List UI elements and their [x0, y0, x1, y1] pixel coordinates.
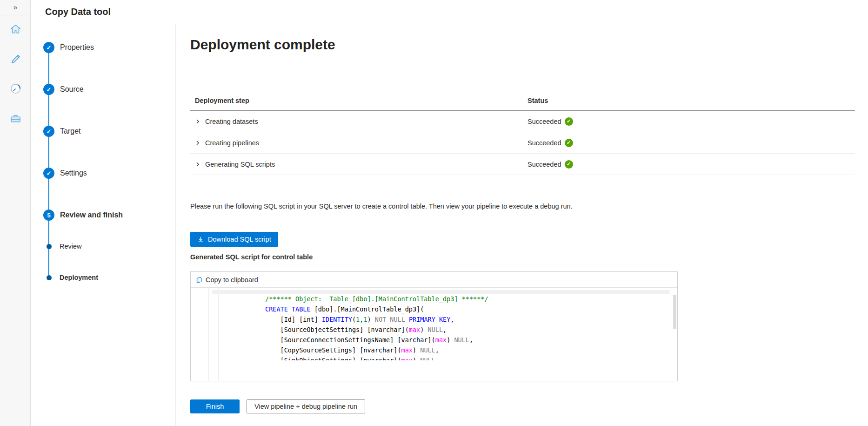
step-label: Review and finish [60, 211, 123, 219]
status-text: Succeeded [527, 139, 561, 147]
step-target[interactable]: ✓ Target [31, 126, 175, 137]
toolbox-icon [9, 112, 22, 127]
page-title: Copy Data tool [31, 0, 868, 24]
gauge-icon [9, 82, 22, 97]
step-review-and-finish[interactable]: 5 Review and finish [31, 210, 175, 221]
sql-code-lines: /****** Object: Table [dbo].[MainControl… [191, 294, 672, 360]
sql-code-line: /****** Object: Table [dbo].[MainControl… [191, 294, 672, 304]
step-number-badge: 5 [43, 210, 54, 221]
check-icon: ✓ [43, 168, 54, 179]
vertical-scrollbar-thumb[interactable] [673, 295, 676, 329]
finish-button[interactable]: Finish [190, 399, 240, 413]
nav-manage[interactable] [6, 110, 25, 128]
download-button-label: Download SQL script [208, 236, 271, 243]
download-icon [197, 236, 204, 243]
copy-to-clipboard-button[interactable]: Copy to clipboard [195, 276, 258, 284]
pencil-icon [9, 53, 22, 67]
left-nav-rail: » [0, 0, 31, 426]
top-header: Copy Data tool [31, 0, 868, 24]
sql-script-editor: Copy to clipboard /****** Object: Table … [190, 271, 678, 381]
table-header-row: Deployment step Status [190, 90, 855, 111]
substep-review[interactable]: Review [31, 242, 175, 251]
collapse-sidebar-button[interactable]: » [0, 0, 31, 15]
chevron-right-icon [195, 119, 200, 124]
success-check-icon: ✓ [565, 117, 573, 126]
nav-monitor[interactable] [6, 80, 25, 99]
view-pipeline-button[interactable]: View pipeline + debug pipeline run [247, 399, 365, 413]
rail-items [0, 20, 31, 128]
deployment-steps-table: Deployment step Status Creating datasets… [190, 90, 855, 175]
table-row[interactable]: Generating SQL scripts Succeeded ✓ [190, 154, 855, 175]
footer-divider [176, 383, 868, 383]
step-label: Properties [60, 43, 94, 52]
deployment-step-name: Generating SQL scripts [205, 161, 275, 168]
deployment-step-name: Creating datasets [205, 118, 258, 125]
sql-code-line: [CopySourceSettings] [nvarchar](max) NUL… [191, 345, 672, 355]
chevron-double-right-icon: » [13, 3, 18, 11]
nav-home[interactable] [6, 20, 25, 39]
table-row[interactable]: Creating datasets Succeeded ✓ [190, 111, 855, 132]
sql-code-line: [Id] [int] IDENTITY(1,1) NOT NULL PRIMAR… [191, 314, 672, 325]
step-label: Target [60, 127, 80, 135]
step-properties[interactable]: ✓ Properties [31, 42, 175, 53]
generated-script-label: Generated SQL script for control table [190, 253, 313, 261]
sql-code-line: CREATE TABLE [dbo].[MainControlTable_dp3… [191, 304, 672, 314]
download-sql-script-button[interactable]: Download SQL script [190, 232, 278, 247]
chevron-right-icon [195, 162, 200, 167]
check-icon: ✓ [43, 126, 54, 137]
footer-actions: Finish View pipeline + debug pipeline ru… [190, 399, 365, 413]
success-check-icon: ✓ [565, 160, 573, 169]
sql-code[interactable]: /****** Object: Table [dbo].[MainControl… [191, 294, 672, 360]
deployment-complete-title: Deployment complete [190, 35, 335, 54]
step-source[interactable]: ✓ Source [31, 84, 175, 95]
substep-dot-icon [47, 275, 52, 280]
sql-code-line: [SinkObjectSettings] [nvarchar](max) NUL… [191, 355, 672, 360]
column-header-deployment-step: Deployment step [195, 97, 527, 104]
status-text: Succeeded [527, 161, 561, 168]
nav-author[interactable] [6, 50, 25, 69]
step-settings[interactable]: ✓ Settings [31, 168, 175, 179]
substep-deployment[interactable]: Deployment [31, 273, 175, 282]
chevron-right-icon [195, 140, 200, 146]
check-icon: ✓ [43, 42, 54, 53]
column-header-status: Status [527, 97, 850, 104]
step-label: Settings [60, 169, 87, 177]
substep-dot-icon [47, 244, 52, 249]
table-row[interactable]: Creating pipelines Succeeded ✓ [190, 132, 855, 154]
copy-button-label: Copy to clipboard [206, 276, 258, 284]
copy-icon [195, 276, 203, 284]
editor-toolbar: Copy to clipboard [191, 272, 677, 288]
substep-label: Review [60, 243, 82, 250]
check-icon: ✓ [43, 84, 54, 95]
main-content: Deployment complete Deployment step Stat… [176, 24, 868, 426]
step-label: Source [60, 85, 84, 94]
instruction-text: Please run the following SQL script in y… [190, 203, 573, 210]
success-check-icon: ✓ [565, 139, 573, 147]
deployment-step-name: Creating pipelines [205, 139, 259, 147]
status-text: Succeeded [527, 118, 561, 125]
sql-code-line: [SourceObjectSettings] [nvarchar](max) N… [191, 325, 672, 335]
home-icon [9, 23, 22, 37]
substep-label: Deployment [60, 274, 98, 281]
wizard-stepper: ✓ Properties ✓ Source ✓ Target ✓ Setting… [31, 24, 176, 426]
sql-code-line: [SourceConnectionSettingsName] [varchar]… [191, 335, 672, 345]
